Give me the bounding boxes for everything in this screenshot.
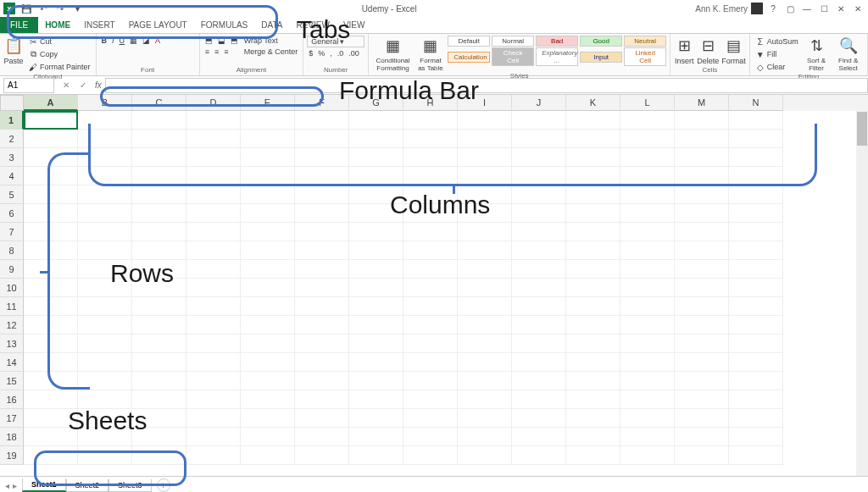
cell[interactable] (566, 260, 620, 279)
cell[interactable] (620, 334, 675, 353)
cell[interactable] (295, 148, 349, 167)
cell[interactable] (349, 111, 403, 130)
cell[interactable] (620, 167, 675, 185)
cell[interactable] (186, 223, 241, 241)
cell[interactable] (186, 334, 241, 353)
add-sheet-button[interactable]: + (157, 478, 170, 492)
cell[interactable] (675, 446, 729, 465)
cell[interactable] (295, 279, 349, 297)
cell[interactable] (620, 111, 675, 130)
tab-insert[interactable]: INSERT (77, 17, 122, 33)
sheet-tab-3[interactable]: Sheet3 (108, 479, 152, 492)
cell[interactable] (295, 316, 349, 334)
cell[interactable] (295, 390, 349, 409)
undo-icon[interactable]: ↶ (37, 3, 49, 14)
cell[interactable] (566, 353, 620, 372)
row-header[interactable]: 15 (0, 372, 24, 390)
cell[interactable] (620, 279, 675, 297)
cell[interactable] (403, 185, 458, 204)
cell[interactable] (620, 409, 675, 428)
cell[interactable] (566, 241, 620, 260)
cell[interactable] (675, 372, 729, 390)
row-header[interactable]: 16 (0, 390, 24, 409)
cell[interactable] (403, 334, 458, 353)
cell[interactable] (729, 316, 783, 334)
cell[interactable] (295, 223, 349, 241)
paste-button[interactable]: Paste (3, 57, 23, 65)
cell[interactable] (24, 372, 78, 390)
cell[interactable] (458, 111, 512, 130)
cell[interactable] (241, 223, 295, 241)
font-color-button[interactable]: A (153, 36, 162, 46)
style-linked-cell[interactable]: Linked Cell (624, 47, 666, 66)
increase-decimal-button[interactable]: .0 (336, 48, 346, 58)
cell[interactable] (132, 428, 186, 446)
row-header[interactable]: 14 (0, 353, 24, 372)
cell[interactable] (458, 334, 512, 353)
style-explanatory[interactable]: Explanatory ... (536, 47, 578, 66)
cell[interactable] (24, 446, 78, 465)
cell[interactable] (295, 260, 349, 279)
cell[interactable] (295, 167, 349, 185)
cell[interactable] (132, 334, 186, 353)
cell[interactable] (403, 446, 458, 465)
cell[interactable] (403, 167, 458, 185)
cell[interactable] (24, 185, 78, 204)
cell[interactable] (675, 111, 729, 130)
delete-button[interactable]: Delete (697, 57, 719, 65)
cell[interactable] (132, 372, 186, 390)
cell[interactable] (458, 260, 512, 279)
style-good[interactable]: Good (580, 36, 622, 47)
cell[interactable] (620, 130, 675, 148)
cell[interactable] (132, 297, 186, 316)
cell[interactable] (78, 279, 132, 297)
scrollbar-thumb[interactable] (857, 112, 867, 146)
cell[interactable] (403, 428, 458, 446)
column-header[interactable]: E (241, 95, 295, 111)
cell[interactable] (675, 130, 729, 148)
cell[interactable] (729, 167, 783, 185)
cell[interactable] (403, 409, 458, 428)
cell[interactable] (458, 297, 512, 316)
cell[interactable] (403, 148, 458, 167)
sheet-tab-1[interactable]: Sheet1 (22, 478, 66, 492)
cell[interactable] (241, 111, 295, 130)
cell[interactable] (675, 185, 729, 204)
cell[interactable] (186, 185, 241, 204)
format-painter-button[interactable]: 🖌Format Painter (26, 61, 92, 73)
cell[interactable] (241, 409, 295, 428)
cell[interactable] (78, 260, 132, 279)
save-icon[interactable]: 💾 (20, 3, 32, 14)
cell[interactable] (458, 223, 512, 241)
cell[interactable] (24, 353, 78, 372)
sort-filter-icon[interactable]: ⇅ (806, 36, 826, 56)
cell[interactable] (78, 428, 132, 446)
column-header[interactable]: C (132, 95, 186, 111)
cell[interactable] (24, 297, 78, 316)
cell[interactable] (295, 241, 349, 260)
cell[interactable] (458, 409, 512, 428)
cell[interactable] (729, 148, 783, 167)
cell[interactable] (675, 167, 729, 185)
fx-icon[interactable]: fx (95, 80, 102, 90)
cell[interactable] (78, 185, 132, 204)
fill-color-button[interactable]: ◪ (141, 36, 152, 46)
cell[interactable] (620, 223, 675, 241)
cell[interactable] (24, 148, 78, 167)
row-header[interactable]: 18 (0, 428, 24, 446)
cell[interactable] (132, 111, 186, 130)
cell[interactable] (78, 409, 132, 428)
cell[interactable] (78, 111, 132, 130)
cell[interactable] (132, 130, 186, 148)
cell[interactable] (186, 167, 241, 185)
cell[interactable] (295, 130, 349, 148)
cell[interactable] (241, 241, 295, 260)
cell[interactable] (566, 167, 620, 185)
cell[interactable] (24, 316, 78, 334)
cell[interactable] (186, 353, 241, 372)
bold-button[interactable]: B (100, 36, 109, 46)
cell[interactable] (241, 297, 295, 316)
cell[interactable] (349, 223, 403, 241)
cell[interactable] (349, 279, 403, 297)
cell[interactable] (729, 390, 783, 409)
